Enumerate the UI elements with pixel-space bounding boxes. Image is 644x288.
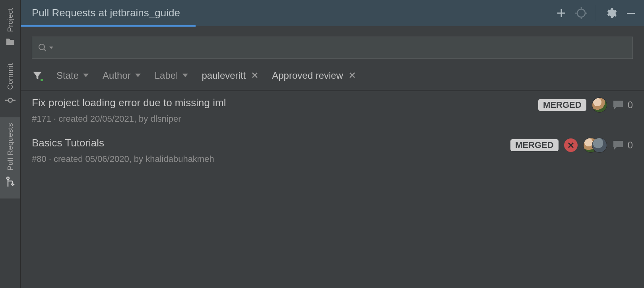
chevron-down-icon[interactable] bbox=[49, 45, 54, 50]
pr-title: Basics Tutorials bbox=[32, 137, 502, 149]
filter-label-dropdown[interactable]: Label bbox=[155, 70, 188, 81]
chevron-down-icon bbox=[83, 73, 89, 78]
svg-point-0 bbox=[8, 98, 12, 102]
avatar-stack bbox=[583, 138, 607, 153]
filter-label: State bbox=[56, 70, 79, 81]
chip-remove-button[interactable] bbox=[349, 70, 356, 81]
pr-title: Fix project loading error due to missing… bbox=[32, 97, 530, 109]
avatar bbox=[592, 138, 607, 153]
chip-remove-button[interactable] bbox=[251, 70, 258, 81]
comments-number: 0 bbox=[628, 140, 633, 151]
folder-icon bbox=[6, 38, 15, 47]
svg-point-11 bbox=[39, 44, 45, 50]
avatar bbox=[592, 97, 607, 113]
pull-request-icon bbox=[6, 176, 15, 188]
commit-icon bbox=[5, 95, 16, 107]
filter-author-dropdown[interactable]: Author bbox=[103, 70, 141, 81]
filter-label: Label bbox=[155, 70, 178, 81]
pr-meta: #171 · created 20/05/2021, by dlsniper bbox=[32, 114, 530, 124]
comment-icon bbox=[613, 140, 624, 150]
build-failed-icon bbox=[564, 138, 578, 152]
sidebar-item-label: Project bbox=[6, 8, 15, 32]
pull-request-row[interactable]: Basics Tutorials #80 · created 05/06/202… bbox=[21, 131, 644, 171]
svg-rect-10 bbox=[627, 13, 635, 14]
status-badge: MERGED bbox=[538, 99, 586, 111]
filter-chip-pauleveritt: pauleveritt bbox=[202, 70, 259, 81]
settings-button[interactable] bbox=[605, 7, 617, 19]
filter-active-indicator bbox=[40, 78, 44, 82]
locate-icon[interactable] bbox=[575, 7, 587, 19]
search-input[interactable] bbox=[55, 43, 627, 53]
tool-window-strip: Project Commit Pull Requests bbox=[0, 0, 21, 288]
sidebar-item-pull-requests[interactable]: Pull Requests bbox=[0, 117, 20, 198]
header-actions bbox=[556, 5, 636, 21]
search-icon bbox=[38, 43, 47, 53]
svg-line-12 bbox=[44, 49, 46, 51]
filter-state-dropdown[interactable]: State bbox=[56, 70, 89, 81]
svg-point-5 bbox=[577, 9, 585, 17]
filter-bar: State Author Label pauleveritt Approved … bbox=[21, 63, 644, 91]
panel-title-text: Pull Requests at jetbrains_guide bbox=[32, 7, 180, 19]
filter-label: Author bbox=[103, 70, 131, 81]
sidebar-item-label: Commit bbox=[6, 63, 15, 90]
pr-meta: #80 · created 05/06/2020, by khalidabuha… bbox=[32, 154, 502, 164]
chevron-down-icon bbox=[135, 73, 141, 78]
status-badge: MERGED bbox=[510, 139, 559, 151]
comment-icon bbox=[613, 100, 624, 110]
panel-title[interactable]: Pull Requests at jetbrains_guide bbox=[32, 7, 180, 20]
sidebar-item-commit[interactable]: Commit bbox=[0, 58, 20, 118]
pull-request-list: Fix project loading error due to missing… bbox=[21, 91, 644, 288]
minimize-button[interactable] bbox=[626, 8, 636, 18]
chevron-down-icon bbox=[182, 73, 188, 78]
filter-icon[interactable] bbox=[32, 70, 43, 81]
new-pull-request-button[interactable] bbox=[556, 8, 566, 18]
header-divider bbox=[596, 5, 596, 21]
sidebar-item-label: Pull Requests bbox=[6, 123, 15, 171]
comments-count: 0 bbox=[613, 99, 633, 111]
chip-label: pauleveritt bbox=[202, 70, 246, 81]
comments-number: 0 bbox=[628, 99, 633, 111]
filter-chip-approved-review: Approved review bbox=[272, 70, 356, 81]
comments-count: 0 bbox=[613, 140, 633, 151]
sidebar-item-project[interactable]: Project bbox=[0, 2, 20, 58]
svg-point-3 bbox=[7, 177, 9, 179]
chip-label: Approved review bbox=[272, 70, 343, 81]
panel-header: Pull Requests at jetbrains_guide bbox=[21, 0, 644, 26]
pull-requests-panel: Pull Requests at jetbrains_guide bbox=[21, 0, 644, 288]
pull-request-row[interactable]: Fix project loading error due to missing… bbox=[21, 91, 644, 131]
search-box[interactable] bbox=[32, 37, 633, 59]
active-tab-underline bbox=[21, 25, 196, 27]
search-container bbox=[21, 26, 644, 63]
